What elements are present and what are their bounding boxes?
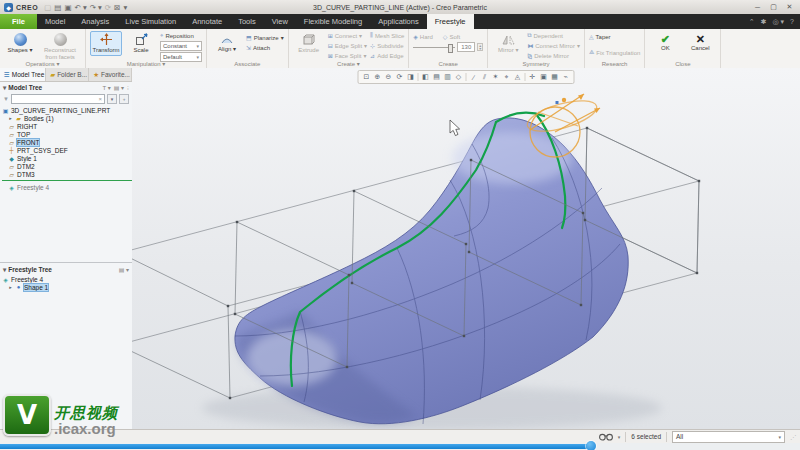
tree-item-dtm2[interactable]: ▱ DTM2: [0, 162, 132, 170]
perspective-icon[interactable]: ◇: [454, 73, 464, 81]
transform-button[interactable]: Transform: [90, 31, 122, 56]
repaint-icon[interactable]: ⟳: [395, 73, 405, 81]
open-file-icon[interactable]: ▤: [54, 3, 61, 12]
datum-plane-display-icon[interactable]: ∕: [469, 74, 479, 81]
tree-item-front[interactable]: ▱ FRONT: [0, 138, 132, 146]
tree-item-part[interactable]: ▣ 3D_CURVE_PARTING_LINE.PRT: [0, 106, 132, 114]
reposition-button[interactable]: ⌖Reposition: [160, 31, 202, 40]
mirror-button[interactable]: Mirror ▾: [492, 31, 524, 56]
new-file-icon[interactable]: ▢: [44, 3, 51, 12]
collapse-section-icon[interactable]: ▾: [3, 84, 6, 92]
grid-icon[interactable]: ▦: [550, 73, 560, 81]
extrude-button[interactable]: Extrude: [293, 31, 325, 56]
tree-item-dtm3[interactable]: ▱ DTM3: [0, 170, 132, 178]
face-split-button[interactable]: ⊠Face Split ▾: [328, 51, 367, 60]
collapse-section-icon[interactable]: ▾: [3, 266, 6, 274]
tree-search-input[interactable]: ×: [11, 94, 105, 104]
filter-funnel-icon[interactable]: ▼: [3, 96, 9, 102]
zoom-out-icon[interactable]: ⊖: [384, 73, 394, 81]
attach-button[interactable]: ⇲Attach: [246, 43, 284, 52]
display-style-icon[interactable]: ◧: [421, 73, 431, 81]
tab-folder-browser[interactable]: ▰ Folder B...: [46, 68, 89, 81]
help-icon[interactable]: ?: [790, 18, 794, 25]
tree-item-right[interactable]: ▱ RIGHT: [0, 122, 132, 130]
crease-slider-thumb[interactable]: [448, 44, 453, 53]
video-seek-bar[interactable]: [0, 443, 800, 450]
tab-applications[interactable]: Applications: [370, 14, 426, 29]
subdivide-button[interactable]: ⊹Subdivide: [370, 41, 404, 50]
tab-favorites[interactable]: ★ Favorite...: [89, 68, 132, 81]
point-display-icon[interactable]: ✶: [491, 73, 501, 81]
annotation-display-icon[interactable]: ◬: [513, 73, 523, 81]
tab-view[interactable]: View: [264, 14, 296, 29]
planarize-button[interactable]: ⬒Planarize ▾: [246, 33, 284, 42]
zoom-in-icon[interactable]: ⊕: [373, 73, 383, 81]
refit-icon[interactable]: ⊡: [362, 73, 372, 81]
extra-tools-icon[interactable]: ⌁: [561, 73, 571, 81]
shapes-button[interactable]: Shapes ▾: [4, 31, 36, 56]
regenerate-icon[interactable]: ⟳: [105, 3, 111, 12]
selection-filter-combo[interactable]: All ▾: [672, 431, 785, 443]
minimize-button[interactable]: ─: [750, 1, 765, 13]
command-search-icon[interactable]: ✱: [761, 18, 767, 26]
tab-freestyle[interactable]: Freestyle: [427, 14, 474, 29]
tree-item-style1[interactable]: ◆ Style 1: [0, 154, 132, 162]
ok-button[interactable]: ✔ OK: [649, 31, 681, 54]
spin-center-icon[interactable]: ✛: [528, 73, 538, 81]
shading-style-icon[interactable]: ◨: [406, 73, 416, 81]
scale-button[interactable]: Scale: [125, 31, 157, 56]
reconstruct-button[interactable]: Reconstruct from facets: [39, 31, 81, 62]
crease-slider[interactable]: 130 ▴▾: [413, 42, 483, 52]
tree-item-csys[interactable]: ┼ PRT_CSYS_DEF: [0, 146, 132, 154]
cancel-button[interactable]: ✕ Cancel: [684, 31, 716, 54]
tab-model-tree[interactable]: ☰ Model Tree: [0, 68, 46, 81]
undo-icon[interactable]: ↶ ▾: [75, 3, 87, 12]
tree-filters-icon[interactable]: T ▾: [102, 84, 110, 91]
search-dropdown-icon[interactable]: ▾: [618, 434, 621, 440]
group-label-operations[interactable]: Operations ▾: [0, 60, 85, 67]
tab-tools[interactable]: Tools: [230, 14, 264, 29]
csys-display-icon[interactable]: ⌖: [502, 73, 512, 81]
crease-hard-option[interactable]: ◈Hard: [413, 32, 433, 41]
tree-settings-icon[interactable]: ⁝: [127, 84, 129, 91]
align-button[interactable]: Align ▾: [211, 31, 243, 55]
tab-file[interactable]: File: [0, 14, 37, 29]
tab-annotate[interactable]: Annotate: [184, 14, 230, 29]
tree-item-freestyle4-root[interactable]: ◈ Freestyle 4: [0, 275, 132, 283]
close-window-icon[interactable]: ⊠: [114, 3, 120, 12]
group-label-create[interactable]: Create ▾: [289, 60, 409, 67]
tree-item-shape1[interactable]: ▸ ● Shape 1: [0, 283, 132, 291]
connect-button[interactable]: ⊞Connect ▾: [328, 31, 367, 40]
tab-live-simulation[interactable]: Live Simulation: [117, 14, 184, 29]
freestyle-tree-settings-icon[interactable]: ▤ ▾: [119, 266, 129, 273]
crease-value-field[interactable]: 130: [457, 42, 475, 52]
search-binoculars-icon[interactable]: [599, 432, 613, 441]
graphics-viewport[interactable]: ⊡ ⊕ ⊖ ⟳ ◨ ◧ ▤ ▥ ◇ ∕ ⫽ ✶ ⌖ ◬ ✛ ▣ ▦ ⌁: [132, 68, 800, 429]
resize-grip-icon[interactable]: ⋰: [790, 433, 796, 440]
maximize-button[interactable]: ▢: [766, 1, 781, 13]
add-edge-button[interactable]: ⊿Add Edge: [370, 51, 404, 60]
expand-arrow-icon[interactable]: ▸: [8, 284, 13, 290]
saved-orientations-icon[interactable]: ▤: [432, 73, 442, 81]
expand-arrow-icon[interactable]: ▸: [8, 115, 13, 121]
panel-splitter[interactable]: [0, 262, 132, 263]
search-clear-icon[interactable]: ×: [98, 96, 102, 102]
edge-split-button[interactable]: ⊟Edge Split ▾: [328, 41, 367, 50]
tree-columns-icon[interactable]: ▤ ▾: [114, 84, 124, 91]
seek-handle[interactable]: [586, 441, 596, 450]
redo-icon[interactable]: ↷ ▾: [90, 3, 102, 12]
delete-mirror-button[interactable]: ⧎Delete Mirror: [527, 51, 580, 60]
tab-analysis[interactable]: Analysis: [73, 14, 117, 29]
tree-item-freestyle4[interactable]: ◈ Freestyle 4: [0, 183, 132, 191]
tree-item-bodies[interactable]: ▸ ▰ Bodies (1): [0, 114, 132, 122]
tab-flexible-modeling[interactable]: Flexible Modeling: [296, 14, 370, 29]
highlight-icon[interactable]: ▣: [539, 73, 549, 81]
tree-item-top[interactable]: ▱ TOP: [0, 130, 132, 138]
constant-dropdown[interactable]: Constant▾: [160, 41, 202, 51]
connect-mirror-button[interactable]: ⧓Connect Mirror ▾: [527, 41, 580, 50]
save-icon[interactable]: ▣: [64, 3, 71, 12]
qat-customize-icon[interactable]: ▾: [123, 3, 127, 12]
crease-spinner[interactable]: ▴▾: [477, 43, 483, 51]
collapse-ribbon-icon[interactable]: ⌃: [749, 18, 755, 26]
search-prev-icon[interactable]: ▾: [107, 94, 117, 104]
